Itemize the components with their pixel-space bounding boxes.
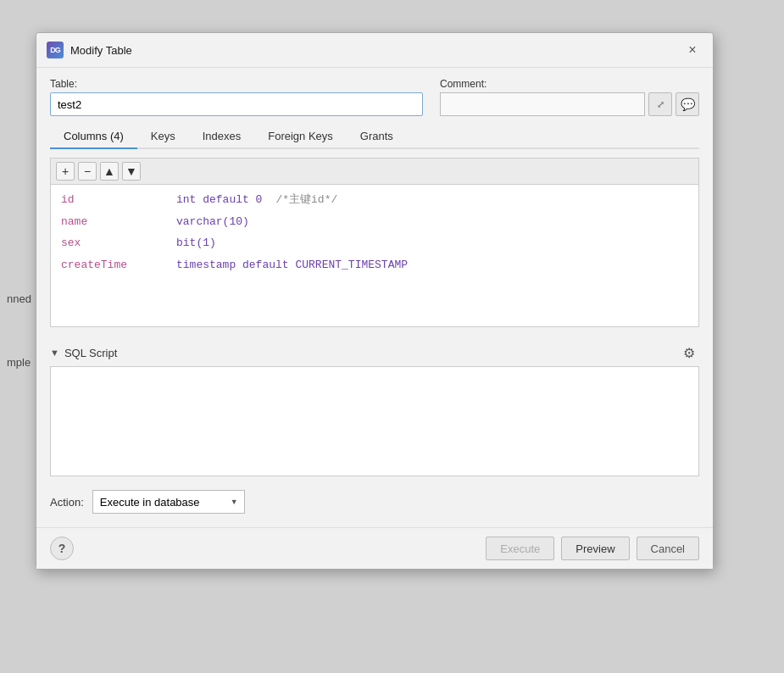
side-text-mple: mple xyxy=(7,356,31,369)
col-name: createTime xyxy=(61,257,163,274)
gear-button[interactable]: ⚙ xyxy=(679,342,699,363)
table-name-input[interactable] xyxy=(50,92,423,116)
action-select-wrapper[interactable]: Execute in database Save to file Copy to… xyxy=(92,490,245,514)
table-row[interactable]: id int default 0 /*主键id*/ xyxy=(61,192,688,209)
preview-button[interactable]: Preview xyxy=(561,537,629,560)
comment-input[interactable] xyxy=(440,92,645,116)
columns-table: + − ▲ ▼ id int default 0 /*主键id*/ name v… xyxy=(50,158,699,327)
cancel-button[interactable]: Cancel xyxy=(637,537,699,560)
close-button[interactable]: × xyxy=(682,40,703,60)
form-row: Table: Comment: ⤢ 💬 xyxy=(50,78,699,116)
col-name: sex xyxy=(61,235,163,252)
comment-input-area: ⤢ 💬 xyxy=(440,92,699,116)
table-row[interactable]: sex bit(1) xyxy=(61,235,688,252)
tab-foreign-keys[interactable]: Foreign Keys xyxy=(254,125,347,149)
tab-indexes[interactable]: Indexes xyxy=(189,125,255,149)
columns-list: id int default 0 /*主键id*/ name varchar(1… xyxy=(51,185,698,280)
add-column-button[interactable]: + xyxy=(56,162,75,181)
modify-table-dialog: DG Modify Table × Table: Comment: ⤢ 💬 xyxy=(36,32,714,570)
dialog-footer: ? Execute Preview Cancel xyxy=(36,527,713,569)
col-comment: /*主键id*/ xyxy=(275,192,337,209)
table-toolbar: + − ▲ ▼ xyxy=(51,159,698,185)
app-icon: DG xyxy=(47,42,64,58)
col-name: id xyxy=(61,192,163,209)
sql-section: ▼ SQL Script ⚙ xyxy=(50,339,699,476)
sql-section-header[interactable]: ▼ SQL Script ⚙ xyxy=(50,339,699,366)
expand-button[interactable]: ⤢ xyxy=(648,92,672,116)
collapse-arrow-icon: ▼ xyxy=(50,348,59,358)
action-row: Action: Execute in database Save to file… xyxy=(50,485,699,517)
comment-label: Comment: xyxy=(440,78,699,90)
col-type: varchar(10) xyxy=(176,214,249,231)
tab-columns[interactable]: Columns (4) xyxy=(50,125,137,149)
tabs-row: Columns (4) Keys Indexes Foreign Keys Gr… xyxy=(50,125,699,149)
table-row[interactable]: name varchar(10) xyxy=(61,214,688,231)
table-field-group: Table: xyxy=(50,78,423,116)
table-label: Table: xyxy=(50,78,423,90)
sql-section-label: SQL Script xyxy=(64,347,117,359)
col-type: timestamp default CURRENT_TIMESTAMP xyxy=(176,257,408,274)
dialog-title: Modify Table xyxy=(70,44,676,57)
tab-keys[interactable]: Keys xyxy=(137,125,189,149)
sql-editor[interactable] xyxy=(50,366,699,476)
col-type: bit(1) xyxy=(176,235,216,252)
col-type: int default 0 xyxy=(176,192,262,209)
action-select[interactable]: Execute in database Save to file Copy to… xyxy=(92,490,245,514)
comment-field-group: Comment: ⤢ 💬 xyxy=(440,78,699,116)
action-label: Action: xyxy=(50,496,84,509)
dialog-titlebar: DG Modify Table × xyxy=(36,33,713,68)
remove-column-button[interactable]: − xyxy=(78,162,97,181)
side-text-nned: nned xyxy=(7,292,31,305)
execute-button[interactable]: Execute xyxy=(486,537,554,560)
col-name: name xyxy=(61,214,163,231)
move-up-button[interactable]: ▲ xyxy=(100,162,119,181)
help-button[interactable]: ? xyxy=(50,537,74,560)
tab-grants[interactable]: Grants xyxy=(347,125,407,149)
table-row[interactable]: createTime timestamp default CURRENT_TIM… xyxy=(61,257,688,274)
comment-icon-button[interactable]: 💬 xyxy=(676,92,699,116)
move-down-button[interactable]: ▼ xyxy=(122,162,141,181)
dialog-body: Table: Comment: ⤢ 💬 Columns (4) Keys xyxy=(36,68,713,527)
